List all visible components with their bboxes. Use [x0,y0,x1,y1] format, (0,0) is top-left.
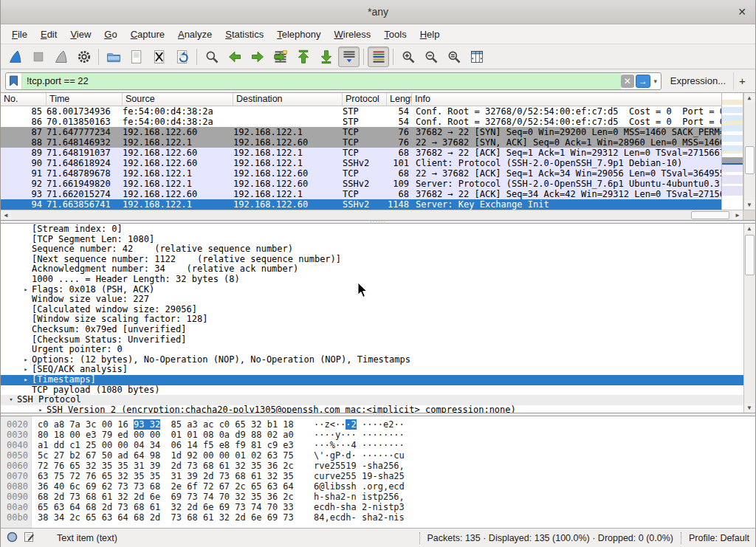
packet-row-85[interactable]: 8568.001734936fe:54:00:d4:38:2aSTP54Conf… [1,106,723,117]
hex-row-00b0[interactable]: 00b038 34 2c 65 63 64 68 2d 73 68 61 32 … [1,512,755,523]
expression-button[interactable]: Expression... [662,75,733,86]
detail-row-7[interactable]: Window size value: 227 [1,295,743,305]
hex-row-0060[interactable]: 006072 76 65 32 35 35 31 39 2d 73 68 61 … [1,461,755,471]
clear-filter-icon[interactable]: ✕ [621,75,634,88]
profile-status[interactable]: Profile: Default [689,533,749,543]
hex-row-0050[interactable]: 00505c 27 b2 67 50 ad 64 98 1d 92 00 00 … [1,450,755,461]
hex-row-0040[interactable]: 0040a1 dd c1 25 00 00 04 34 06 14 f5 e8 … [1,440,755,450]
restart-capture-button[interactable] [50,47,72,67]
zoom-in-button[interactable] [397,47,419,67]
packet-list-vscrollbar[interactable]: ▲ ▼ [743,93,755,210]
detail-row-17[interactable]: ▾SSH Protocol [1,395,743,405]
add-filter-button[interactable]: + [733,72,751,90]
packet-row-93[interactable]: 9371.662015274192.168.122.60192.168.122.… [1,189,723,199]
scroll-down-icon[interactable]: ▼ [744,403,755,413]
expander-icon[interactable]: ▾ [5,395,17,405]
colorize-button[interactable] [368,47,389,67]
capture-options-button[interactable] [73,47,94,67]
vscroll-thumb[interactable] [745,146,755,174]
detail-row-4[interactable]: Acknowledgment number: 34 (relative ack … [1,264,743,275]
packet-row-87[interactable]: 8771.647777234192.168.122.60192.168.122.… [1,127,723,137]
go-back-button[interactable] [224,47,245,67]
detail-row-8[interactable]: [Calculated window size: 29056] [1,305,743,315]
go-forward-button[interactable] [247,47,268,67]
column-header-info[interactable]: Info [412,93,723,106]
packet-row-89[interactable]: 8971.648191037192.168.122.60192.168.122.… [1,148,723,158]
packet-row-86[interactable]: 8670.013850163fe:54:00:d4:38:2aSTP54Conf… [1,117,723,127]
packet-row-88[interactable]: 8871.648146932192.168.122.1192.168.122.6… [1,137,723,148]
hex-row-0070[interactable]: 007063 75 72 76 65 32 35 35 31 39 2d 73 … [1,471,755,481]
open-file-button[interactable] [103,47,124,67]
menu-statistics[interactable]: Statistics [219,26,270,43]
detail-row-10[interactable]: Checksum: 0x79ed [unverified] [1,325,743,335]
detail-row-5[interactable]: 1000 .... = Header Length: 32 bytes (8) [1,275,743,285]
menu-help[interactable]: Help [413,26,447,43]
reload-file-button[interactable] [171,47,193,67]
detail-row-0[interactable]: [Stream index: 0] [1,224,743,235]
go-to-packet-button[interactable] [269,47,291,67]
hex-row-0080[interactable]: 008036 40 6c 69 62 73 73 68 2e 6f 72 67 … [1,481,755,492]
menu-file[interactable]: File [5,26,34,43]
bookmark-icon[interactable] [6,73,22,89]
hex-row-0030[interactable]: 003080 18 00 e3 79 ed 00 00 01 01 08 0a … [1,430,755,440]
column-header-source[interactable]: Source [123,93,233,106]
scroll-up-icon[interactable]: ▲ [744,224,755,233]
detail-row-2[interactable]: Sequence number: 42 (relative sequence n… [1,244,743,255]
menu-capture[interactable]: Capture [124,26,171,43]
hex-row-0020[interactable]: 0020c0 a8 7a 3c 00 16 93 32 85 a3 ac c0 … [1,419,755,430]
scroll-down-icon[interactable]: ▼ [744,200,755,210]
details-vscrollbar[interactable]: ▲ ▼ [743,224,755,413]
display-filter-input[interactable] [22,73,621,89]
detail-row-14[interactable]: ▸[SEQ/ACK analysis] [1,365,743,375]
detail-row-16[interactable]: TCP payload (1080 bytes) [1,385,743,396]
auto-scroll-button[interactable] [338,47,360,67]
close-icon[interactable]: ✕ [738,6,746,18]
packet-row-90[interactable]: 9071.648618924192.168.122.60192.168.122.… [1,158,723,168]
menu-edit[interactable]: Edit [34,26,63,43]
detail-row-3[interactable]: [Next sequence number: 1122 (relative se… [1,255,743,265]
column-header-destination[interactable]: Destination [233,93,343,106]
column-header-protocol[interactable]: Protocol [343,93,387,106]
menu-view[interactable]: View [63,26,97,43]
scroll-right-icon[interactable]: ▶ [732,210,743,220]
save-file-button[interactable] [126,47,147,67]
ascii-selected-chars[interactable]: ·2 [346,419,356,430]
close-file-button[interactable] [148,47,170,67]
expander-icon[interactable]: ▸ [20,365,32,375]
packet-row-91[interactable]: 9171.648789678192.168.122.1192.168.122.6… [1,168,723,179]
expert-info-icon[interactable] [7,531,18,545]
menu-go[interactable]: Go [97,26,123,43]
details-vscroll-thumb[interactable] [745,235,755,275]
detail-row-6[interactable]: ▸Flags: 0x018 (PSH, ACK) [1,285,743,295]
start-capture-button[interactable] [4,47,26,67]
detail-row-13[interactable]: ▸Options: (12 bytes), No-Operation (NOP)… [1,355,743,365]
column-header-no[interactable]: No. [1,93,47,106]
expander-icon[interactable]: ▸ [35,405,47,413]
resize-columns-button[interactable] [466,47,487,67]
find-packet-button[interactable] [201,47,222,67]
apply-filter-icon[interactable]: → [636,75,650,88]
detail-row-12[interactable]: Urgent pointer: 0 [1,345,743,355]
menu-telephony[interactable]: Telephony [270,26,327,43]
scroll-up-icon[interactable]: ▲ [744,93,755,103]
title-bar[interactable]: *any ✕ [1,0,755,24]
packet-row-94[interactable]: 9471.663856741192.168.122.1192.168.122.6… [1,199,723,210]
go-top-button[interactable] [292,47,314,67]
scroll-left-icon[interactable]: ◀ [1,210,11,220]
go-bottom-button[interactable] [315,47,337,67]
packet-list-minimap[interactable] [721,93,743,210]
detail-row-15[interactable]: ▸[Timestamps] [1,375,743,385]
capture-comment-icon[interactable] [24,531,35,545]
detail-row-1[interactable]: [TCP Segment Len: 1080] [1,235,743,245]
stop-capture-button[interactable] [27,47,49,67]
hex-selected-bytes[interactable]: 93 32 [134,419,160,430]
detail-row-9[interactable]: [Window size scaling factor: 128] [1,314,743,325]
expander-icon[interactable]: ▸ [20,375,32,385]
filter-history-caret-icon[interactable]: ▾ [650,78,661,85]
zoom-reset-button[interactable] [443,47,464,67]
detail-row-11[interactable]: [Checksum Status: Unverified] [1,335,743,345]
packet-row-92[interactable]: 9271.661949820192.168.122.1192.168.122.6… [1,179,723,189]
menu-analyze[interactable]: Analyze [171,26,219,43]
column-header-length[interactable]: Length [387,93,412,106]
hscroll-thumb[interactable] [691,211,729,219]
